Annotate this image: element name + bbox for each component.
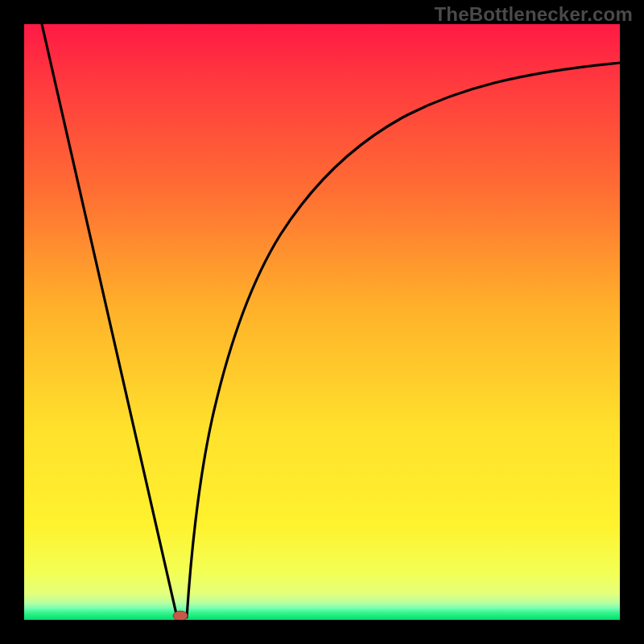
- watermark-text: TheBottlenecker.com: [434, 3, 633, 26]
- min-marker: [173, 611, 188, 620]
- chart-svg: [24, 24, 620, 620]
- gradient-background: [24, 24, 620, 620]
- plot-area: [24, 24, 620, 620]
- chart-frame: TheBottlenecker.com: [0, 0, 644, 644]
